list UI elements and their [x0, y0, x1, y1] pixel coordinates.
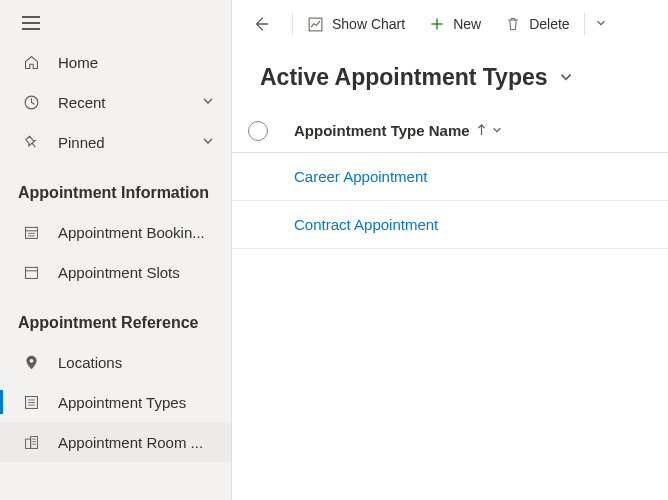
location-pin-icon	[22, 353, 40, 371]
sidebar-item-locations[interactable]: Locations	[0, 342, 231, 382]
sidebar-item-appointment-slots[interactable]: Appointment Slots	[0, 252, 231, 292]
svg-rect-4	[25, 227, 37, 238]
chevron-down-icon	[491, 122, 503, 139]
chevron-down-icon	[201, 94, 215, 111]
clock-icon	[22, 93, 40, 111]
sidebar-item-appointment-rooms[interactable]: Appointment Room ...	[0, 422, 231, 462]
sidebar-item-pinned[interactable]: Pinned	[0, 122, 231, 162]
calendar-icon	[22, 263, 40, 281]
section-header-appointment-information: Appointment Information	[0, 162, 231, 212]
button-label: Delete	[529, 16, 569, 32]
delete-button[interactable]: Delete	[493, 6, 581, 42]
back-arrow-icon	[252, 15, 270, 33]
select-all-checkbox[interactable]	[248, 121, 268, 141]
sidebar-item-appointment-types[interactable]: Appointment Types	[0, 382, 231, 422]
sidebar-item-label: Pinned	[58, 134, 201, 151]
view-title-text: Active Appointment Types	[260, 64, 548, 91]
sidebar-item-label: Recent	[58, 94, 201, 111]
sidebar-item-label: Appointment Bookin...	[58, 224, 215, 241]
home-icon	[22, 53, 40, 71]
sidebar: Home Recent Pinned Appointment Informati…	[0, 0, 232, 500]
menu-icon	[22, 16, 40, 30]
chart-icon	[307, 16, 324, 33]
show-chart-button[interactable]: Show Chart	[295, 6, 417, 42]
svg-point-10	[29, 358, 33, 362]
sidebar-item-recent[interactable]: Recent	[0, 82, 231, 122]
command-bar: Show Chart New Delete	[232, 0, 668, 48]
svg-rect-15	[25, 439, 30, 448]
grid-header-row: Appointment Type Name	[232, 109, 668, 153]
new-button[interactable]: New	[417, 6, 493, 42]
sidebar-item-home[interactable]: Home	[0, 42, 231, 82]
button-label: Show Chart	[332, 16, 405, 32]
table-row[interactable]: Contract Appointment	[232, 201, 668, 249]
column-header-name[interactable]: Appointment Type Name	[294, 122, 503, 139]
column-header-label: Appointment Type Name	[294, 122, 470, 139]
chevron-down-icon	[595, 16, 607, 32]
chevron-down-icon	[558, 64, 574, 91]
sidebar-item-label: Appointment Types	[58, 394, 215, 411]
main-content: Show Chart New Delete Ac	[232, 0, 668, 500]
record-link[interactable]: Contract Appointment	[294, 216, 438, 233]
button-label: New	[453, 16, 481, 32]
trash-icon	[505, 16, 521, 32]
view-selector[interactable]: Active Appointment Types	[232, 48, 668, 109]
back-button[interactable]	[240, 6, 290, 42]
sidebar-item-label: Locations	[58, 354, 215, 371]
record-link[interactable]: Career Appointment	[294, 168, 427, 185]
table-row[interactable]: Career Appointment	[232, 153, 668, 201]
section-header-appointment-reference: Appointment Reference	[0, 292, 231, 342]
sort-ascending-icon	[476, 122, 487, 139]
sidebar-item-label: Appointment Slots	[58, 264, 215, 281]
pin-icon	[22, 133, 40, 151]
chevron-down-icon	[201, 134, 215, 151]
separator	[292, 13, 293, 35]
sidebar-item-label: Home	[58, 54, 215, 71]
separator	[584, 13, 585, 35]
sidebar-item-label: Appointment Room ...	[58, 434, 215, 451]
hamburger-button[interactable]	[0, 6, 231, 42]
svg-rect-8	[25, 267, 37, 278]
building-icon	[22, 433, 40, 451]
sidebar-item-appointment-bookings[interactable]: Appointment Bookin...	[0, 212, 231, 252]
plus-icon	[429, 16, 445, 32]
delete-split-button[interactable]	[587, 6, 615, 42]
calendar-list-icon	[22, 223, 40, 241]
list-icon	[22, 393, 40, 411]
svg-rect-16	[30, 436, 37, 448]
